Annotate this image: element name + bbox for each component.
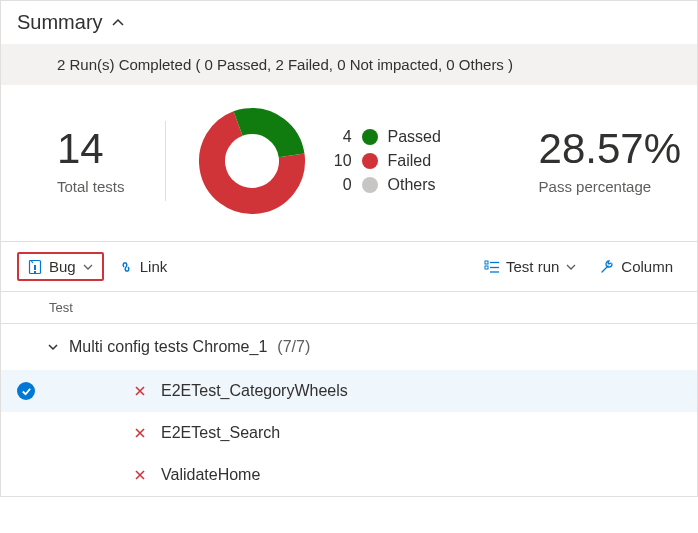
- svg-rect-3: [34, 265, 36, 270]
- summary-title: Summary: [17, 11, 103, 34]
- bug-dropdown[interactable]: Bug: [17, 252, 104, 281]
- column-header-test[interactable]: Test: [1, 291, 697, 324]
- toolbar: Bug Link Test run Column: [1, 241, 697, 291]
- test-row[interactable]: ValidateHome: [1, 454, 697, 496]
- pass-percentage-block: 28.57% Pass percentage: [539, 128, 681, 195]
- run-status-banner: 2 Run(s) Completed ( 0 Passed, 2 Failed,…: [1, 44, 697, 85]
- chevron-down-icon: [565, 261, 577, 273]
- dot-passed-icon: [362, 129, 378, 145]
- legend-others-count: 0: [328, 176, 352, 194]
- column-label: Column: [621, 258, 673, 275]
- group-name: Multi config tests Chrome_1: [69, 338, 267, 356]
- test-run-dropdown[interactable]: Test run: [476, 254, 585, 279]
- row-checkbox-checked[interactable]: [17, 382, 35, 400]
- group-icon: [484, 259, 500, 275]
- dot-others-icon: [362, 177, 378, 193]
- column-header-test-label: Test: [49, 300, 73, 315]
- test-row[interactable]: E2ETest_Search: [1, 412, 697, 454]
- wrench-icon: [599, 259, 615, 275]
- bug-label: Bug: [49, 258, 76, 275]
- legend-failed-label: Failed: [388, 152, 432, 170]
- row-checkbox[interactable]: [17, 466, 35, 484]
- total-tests-block: 14 Total tests: [57, 128, 125, 195]
- donut-chart: [196, 105, 308, 217]
- link-button[interactable]: Link: [110, 254, 176, 279]
- legend-others: 0 Others: [328, 176, 441, 194]
- column-options-button[interactable]: Column: [591, 254, 681, 279]
- legend-others-label: Others: [388, 176, 436, 194]
- test-run-label: Test run: [506, 258, 559, 275]
- link-label: Link: [140, 258, 168, 275]
- svg-rect-6: [485, 266, 488, 269]
- fail-icon: [133, 468, 147, 482]
- bug-icon: [27, 259, 43, 275]
- legend-passed: 4 Passed: [328, 128, 441, 146]
- pass-percentage-label: Pass percentage: [539, 178, 681, 195]
- test-row[interactable]: E2ETest_CategoryWheels: [1, 370, 697, 412]
- legend: 4 Passed 10 Failed 0 Others: [328, 128, 441, 194]
- svg-rect-5: [485, 261, 488, 264]
- test-name: E2ETest_CategoryWheels: [161, 382, 348, 400]
- fail-icon: [133, 426, 147, 440]
- fail-icon: [133, 384, 147, 398]
- total-tests-value: 14: [57, 128, 125, 170]
- row-checkbox[interactable]: [17, 424, 35, 442]
- group-count: (7/7): [277, 338, 310, 356]
- svg-rect-4: [34, 271, 36, 273]
- total-tests-label: Total tests: [57, 178, 125, 195]
- dot-failed-icon: [362, 153, 378, 169]
- stats-row: 14 Total tests 4 Passed 10: [1, 85, 697, 241]
- divider: [165, 121, 166, 201]
- legend-passed-count: 4: [328, 128, 352, 146]
- chevron-up-icon: [111, 16, 125, 30]
- legend-failed-count: 10: [328, 152, 352, 170]
- run-status-text: 2 Run(s) Completed ( 0 Passed, 2 Failed,…: [57, 56, 513, 73]
- legend-passed-label: Passed: [388, 128, 441, 146]
- link-icon: [118, 259, 134, 275]
- test-name: ValidateHome: [161, 466, 260, 484]
- test-group-row[interactable]: Multi config tests Chrome_1 (7/7): [1, 324, 697, 370]
- pass-percentage-value: 28.57%: [539, 128, 681, 170]
- chevron-down-icon: [82, 261, 94, 273]
- summary-toggle[interactable]: Summary: [1, 1, 697, 44]
- test-name: E2ETest_Search: [161, 424, 280, 442]
- chevron-down-icon: [47, 341, 59, 353]
- legend-failed: 10 Failed: [328, 152, 441, 170]
